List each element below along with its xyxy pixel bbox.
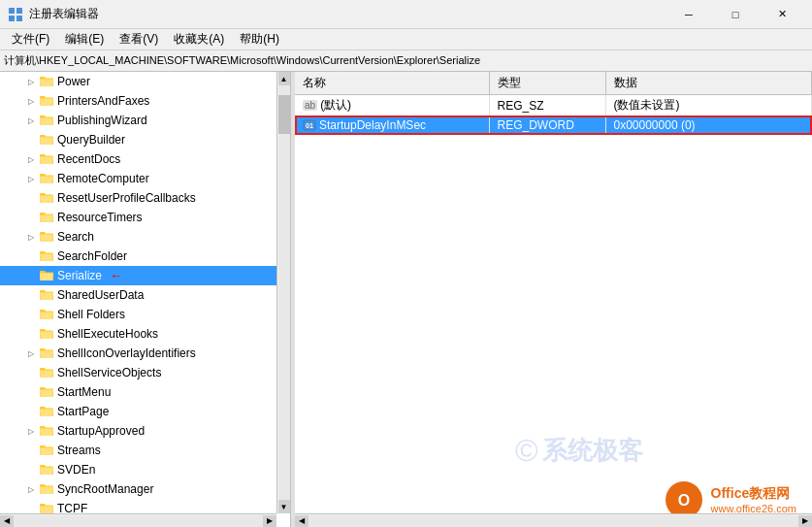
- address-path: 计算机\HKEY_LOCAL_MACHINE\SOFTWARE\Microsof…: [4, 53, 480, 68]
- table-body: ab(默认)REG_SZ(数值未设置) 01 StartupDelayInMSe…: [295, 95, 812, 136]
- folder-icon-remotecomputer: [39, 171, 54, 186]
- tree-label-publishingwizard: PublishingWizard: [57, 114, 147, 127]
- tree-label-search: Search: [57, 230, 94, 244]
- tree-item-serialize[interactable]: Serialize←: [0, 266, 290, 285]
- tree-item-shellexecutehooks[interactable]: ShellExecuteHooks: [0, 324, 290, 344]
- tree-arrow-startpage: [23, 404, 39, 419]
- folder-icon-shareduserdata: [39, 287, 54, 303]
- tree-label-searchfolder: SearchFolder: [57, 249, 127, 263]
- folder-icon-svden: [39, 462, 54, 478]
- tree-label-resourcetimers: ResourceTimers: [57, 211, 143, 224]
- tree-item-syncrootmanager[interactable]: ▷ SyncRootManager: [0, 479, 290, 499]
- right-hscrollbar[interactable]: ◀ ▶: [295, 513, 812, 527]
- tree-item-querybuilder[interactable]: QueryBuilder: [0, 130, 290, 149]
- cell-type-startup-delay: REG_DWORD: [489, 115, 605, 135]
- tree-item-recentdocs[interactable]: ▷ RecentDocs: [0, 149, 290, 169]
- tree-item-shellserviceobjects[interactable]: ShellServiceObjects: [0, 363, 290, 382]
- right-scroll-right[interactable]: ▶: [798, 515, 812, 527]
- tree-item-publishingwizard[interactable]: ▷ PublishingWizard: [0, 111, 290, 130]
- tree-arrow-printersandfaxes: ▷: [23, 93, 39, 109]
- scroll-left-btn[interactable]: ◀: [0, 515, 14, 527]
- svg-rect-3: [16, 16, 22, 21]
- tree-item-search[interactable]: ▷ Search: [0, 227, 290, 247]
- tree-label-querybuilder: QueryBuilder: [57, 133, 125, 147]
- folder-icon-power: [39, 74, 54, 89]
- tree-item-svden[interactable]: SVDEn: [0, 460, 290, 479]
- table-row-startup-delay[interactable]: 01 StartupDelayInMSecREG_DWORD0x00000000…: [295, 115, 812, 135]
- name-prefix-ab: ab: [303, 100, 317, 111]
- tree-label-resetuserprofilecallbacks: ResetUserProfileCallbacks: [57, 191, 196, 205]
- tree-item-startmenu[interactable]: StartMenu: [0, 382, 290, 402]
- h-scroll-track: [14, 515, 263, 527]
- tree-item-remotecomputer[interactable]: ▷ RemoteComputer: [0, 169, 290, 188]
- tree-item-resetuserprofilecallbacks[interactable]: ResetUserProfileCallbacks: [0, 188, 290, 208]
- table-header: 名称 类型 数据: [295, 72, 812, 95]
- title-bar-left: 注册表编辑器: [8, 6, 99, 22]
- tree-scrollbar[interactable]: ▲ ▼: [276, 72, 290, 513]
- tree-arrow-shellserviceobjects: [23, 365, 39, 380]
- tree-item-shareduserdata[interactable]: SharedUserData: [0, 285, 290, 305]
- right-scroll-left[interactable]: ◀: [295, 515, 309, 527]
- title-bar: 注册表编辑器 ─ □ ✕: [0, 0, 812, 29]
- tree-item-shellfolders[interactable]: Shell Folders: [0, 305, 290, 324]
- scroll-up-btn[interactable]: ▲: [278, 72, 290, 85]
- tree-panel[interactable]: ▷ Power▷ PrintersAndFaxes▷ PublishingWiz…: [0, 72, 291, 527]
- tree-arrow-shareduserdata: [23, 287, 39, 303]
- tree-arrow-searchfolder: [23, 248, 39, 264]
- watermark-icon: ©: [515, 433, 538, 469]
- cell-name-startup-delay: 01 StartupDelayInMSec: [295, 115, 489, 135]
- tree-label-shelliconoverlayidentifiers: ShellIconOverlayIdentifiers: [57, 346, 196, 360]
- menu-help[interactable]: 帮助(H): [232, 29, 287, 49]
- scroll-right-btn[interactable]: ▶: [263, 515, 276, 527]
- dword-icon: 01: [303, 118, 316, 132]
- app-icon: [8, 7, 23, 22]
- right-htrack: [309, 515, 798, 527]
- tree-item-shelliconoverlayidentifiers[interactable]: ▷ ShellIconOverlayIdentifiers: [0, 344, 290, 363]
- tree-item-startupapproved[interactable]: ▷ StartupApproved: [0, 421, 290, 441]
- folder-icon-recentdocs: [39, 151, 54, 167]
- minimize-button[interactable]: ─: [666, 0, 711, 29]
- name-text: StartupDelayInMSec: [319, 118, 426, 132]
- tree-arrow-publishingwizard: ▷: [23, 113, 39, 128]
- tree-item-streams[interactable]: Streams: [0, 441, 290, 460]
- folder-icon-publishingwizard: [39, 113, 54, 128]
- selected-indicator-arrow: ←: [110, 268, 123, 283]
- folder-icon-search: [39, 229, 54, 245]
- tree-arrow-syncrootmanager: ▷: [23, 481, 39, 497]
- menu-favorites[interactable]: 收藏夹(A): [166, 29, 232, 49]
- tree-hscrollbar[interactable]: ◀ ▶: [0, 513, 276, 527]
- tree-label-shellexecutehooks: ShellExecuteHooks: [57, 327, 158, 341]
- tree-arrow-serialize: [23, 268, 39, 283]
- tree-label-svden: SVDEn: [57, 463, 95, 477]
- close-button[interactable]: ✕: [760, 0, 804, 29]
- svg-text:01: 01: [306, 122, 313, 129]
- scroll-track: [278, 85, 290, 500]
- tree-arrow-startupapproved: ▷: [23, 423, 39, 439]
- tree-item-printersandfaxes[interactable]: ▷ PrintersAndFaxes: [0, 91, 290, 111]
- tree-label-startupapproved: StartupApproved: [57, 424, 145, 438]
- tree-arrow-search: ▷: [23, 229, 39, 245]
- scroll-down-btn[interactable]: ▼: [278, 500, 290, 513]
- maximize-button[interactable]: □: [713, 0, 758, 29]
- tree-item-resourcetimers[interactable]: ResourceTimers: [0, 208, 290, 227]
- svg-rect-2: [9, 16, 15, 21]
- menu-view[interactable]: 查看(V): [112, 29, 166, 49]
- tree-item-startpage[interactable]: StartPage: [0, 402, 290, 421]
- tree-arrow-svden: [23, 462, 39, 478]
- tree-item-searchfolder[interactable]: SearchFolder: [0, 247, 290, 266]
- tree-label-startpage: StartPage: [57, 405, 109, 418]
- scroll-thumb[interactable]: [278, 95, 290, 134]
- folder-icon-shellexecutehooks: [39, 326, 54, 342]
- main-content: ▷ Power▷ PrintersAndFaxes▷ PublishingWiz…: [0, 72, 812, 527]
- svg-rect-0: [9, 8, 15, 14]
- tree-item-power[interactable]: ▷ Power: [0, 72, 290, 91]
- tree-label-syncrootmanager: SyncRootManager: [57, 482, 153, 496]
- tree-label-startmenu: StartMenu: [57, 385, 111, 399]
- menu-bar: 文件(F) 编辑(E) 查看(V) 收藏夹(A) 帮助(H): [0, 29, 812, 50]
- folder-icon-startpage: [39, 404, 54, 419]
- table-row-default-row[interactable]: ab(默认)REG_SZ(数值未设置): [295, 95, 812, 116]
- menu-edit[interactable]: 编辑(E): [57, 29, 112, 49]
- svg-rect-1: [16, 8, 22, 14]
- col-type: 类型: [489, 72, 605, 95]
- menu-file[interactable]: 文件(F): [4, 29, 57, 49]
